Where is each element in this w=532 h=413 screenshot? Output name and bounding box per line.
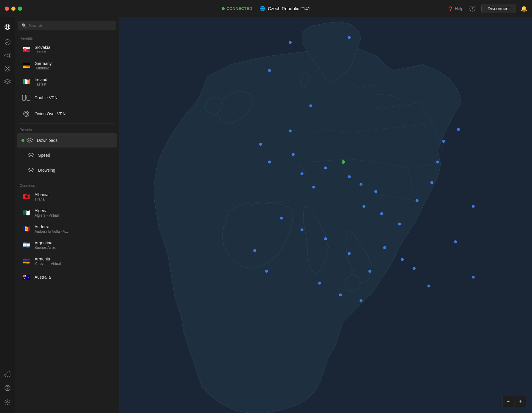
server-name-ireland: Ireland — [35, 77, 113, 82]
connection-status: CONNECTED — [222, 6, 252, 11]
country-sub-armenia: Yerevan - Virtual — [35, 262, 113, 266]
svg-point-74 — [324, 237, 327, 240]
country-info-argentina: Argentina Buenos Aires — [35, 240, 113, 250]
sidebar-item-layers[interactable] — [1, 76, 13, 88]
svg-point-50 — [268, 69, 271, 72]
recent-item-slovakia[interactable]: 🇸🇰 Slovakia Fastest — [17, 42, 117, 57]
server-info-text: Ireland Fastest — [35, 77, 113, 86]
globe-icon: 🌐 — [259, 6, 265, 11]
zoom-divider — [514, 396, 514, 407]
svg-point-75 — [348, 252, 351, 255]
flag-germany: 🇩🇪 — [21, 61, 31, 70]
flag-armenia: 🇦🇲 — [21, 256, 31, 266]
double-vpn-label: Double VPN — [35, 95, 57, 100]
svg-point-71 — [472, 205, 475, 208]
minimize-button[interactable] — [11, 7, 15, 11]
help-button[interactable]: ❓ Help — [448, 6, 463, 11]
preset-browsing-icon — [27, 166, 35, 174]
country-sub-albania: Tirana — [35, 197, 113, 201]
country-item-albania[interactable]: 🇦🇱 Albania Tirana — [17, 189, 117, 204]
recent-item-ireland[interactable]: 🇮🇪 Ireland Fastest — [17, 74, 117, 89]
special-item-double-vpn[interactable]: Double VPN — [17, 90, 117, 105]
svg-point-59 — [342, 160, 345, 164]
svg-rect-15 — [9, 372, 10, 376]
notification-bell-icon[interactable]: 🔔 — [521, 5, 527, 12]
sidebar-item-map[interactable] — [1, 21, 13, 33]
svg-point-6 — [9, 57, 10, 58]
preset-speed-label: Speed — [38, 153, 50, 158]
preset-item-downloads[interactable]: Downloads — [17, 133, 117, 148]
svg-rect-13 — [5, 374, 6, 376]
svg-point-5 — [9, 53, 10, 55]
search-box[interactable]: 🔍 — [18, 21, 116, 30]
sidebar-item-shield[interactable] — [1, 36, 13, 48]
search-input[interactable] — [29, 23, 113, 28]
main-content: 🔍 Recents 🇸🇰 Slovakia Fastest 🇩🇪 Germany… — [0, 17, 532, 413]
sidebar-item-meshnet[interactable] — [1, 49, 13, 61]
preset-item-browsing[interactable]: Browsing — [17, 163, 117, 177]
svg-point-12 — [7, 68, 8, 69]
titlebar-right: ❓ Help Disconnect 🔔 — [448, 4, 527, 13]
sidebar-item-settings[interactable] — [1, 396, 13, 408]
server-info[interactable]: 🌐 Czech Republic #141 — [259, 6, 310, 11]
country-item-armenia[interactable]: 🇦🇲 Armenia Yerevan - Virtual — [17, 253, 117, 269]
svg-point-24 — [26, 114, 27, 114]
server-list-content[interactable]: Recents 🇸🇰 Slovakia Fastest 🇩🇪 Germany H… — [15, 34, 119, 413]
svg-point-53 — [259, 143, 262, 146]
map-area[interactable]: − + — [119, 17, 532, 413]
svg-point-54 — [268, 161, 271, 164]
server-info-text: Slovakia Fastest — [35, 45, 113, 54]
sidebar-item-threat[interactable] — [1, 63, 13, 74]
country-item-andorra[interactable]: 🇦🇩 Andorra Andorra la Vella - V... — [17, 221, 117, 237]
svg-point-83 — [472, 276, 475, 279]
sidebar-item-stats[interactable] — [1, 368, 13, 380]
sidebar-item-help[interactable] — [1, 382, 13, 394]
presets-section-header: Presets — [15, 125, 119, 133]
svg-point-72 — [280, 217, 283, 220]
country-info-australia: Australia — [35, 275, 113, 280]
preset-browsing-label: Browsing — [38, 168, 55, 173]
country-item-australia[interactable]: 🇦🇺 Australia — [17, 269, 117, 285]
disconnect-button[interactable]: Disconnect — [481, 4, 516, 13]
divider-countries — [20, 179, 114, 179]
svg-point-82 — [427, 285, 430, 288]
svg-point-4 — [5, 55, 6, 56]
flag-andorra: 🇦🇩 — [21, 224, 31, 234]
country-item-algeria[interactable]: 🇩🇿 Algeria Algiers - Virtual — [17, 205, 117, 221]
svg-point-55 — [292, 153, 295, 156]
svg-point-57 — [312, 186, 315, 189]
svg-point-76 — [253, 249, 256, 252]
svg-point-48 — [289, 41, 292, 44]
zoom-out-button[interactable]: − — [503, 396, 514, 407]
close-button[interactable] — [5, 7, 9, 11]
country-name-andorra: Andorra — [35, 224, 113, 229]
onion-vpn-icon — [21, 109, 31, 119]
preset-downloads-icon — [26, 136, 34, 145]
country-item-argentina[interactable]: 🇦🇷 Argentina Buenos Aires — [17, 237, 117, 253]
svg-point-77 — [454, 240, 457, 243]
svg-point-70 — [457, 128, 460, 131]
special-item-onion-vpn[interactable]: Onion Over VPN — [17, 106, 117, 122]
country-name-argentina: Argentina — [35, 240, 113, 245]
svg-point-18 — [7, 401, 8, 403]
country-name-australia: Australia — [35, 275, 113, 280]
zoom-in-button[interactable]: + — [515, 396, 526, 407]
country-info-andorra: Andorra Andorra la Vella - V... — [35, 224, 113, 234]
svg-point-86 — [360, 299, 363, 302]
maximize-button[interactable] — [18, 7, 22, 11]
server-sub-germany: Hamburg — [35, 66, 113, 70]
recent-item-germany[interactable]: 🇩🇪 Germany Hamburg — [17, 58, 117, 73]
titlebar-center: CONNECTED 🌐 Czech Republic #141 — [222, 6, 310, 11]
privacy-icon[interactable] — [468, 4, 477, 13]
country-info-armenia: Armenia Yerevan - Virtual — [35, 257, 113, 266]
country-info-albania: Albania Tirana — [35, 192, 113, 201]
svg-point-80 — [413, 267, 416, 270]
preset-item-speed[interactable]: Speed — [17, 148, 117, 162]
svg-line-8 — [6, 56, 9, 57]
svg-point-51 — [309, 104, 312, 107]
svg-point-58 — [324, 166, 327, 169]
titlebar: CONNECTED 🌐 Czech Republic #141 ❓ Help D… — [0, 0, 532, 17]
help-label: Help — [455, 6, 463, 11]
server-name-germany: Germany — [35, 61, 113, 66]
country-name-albania: Albania — [35, 192, 113, 197]
